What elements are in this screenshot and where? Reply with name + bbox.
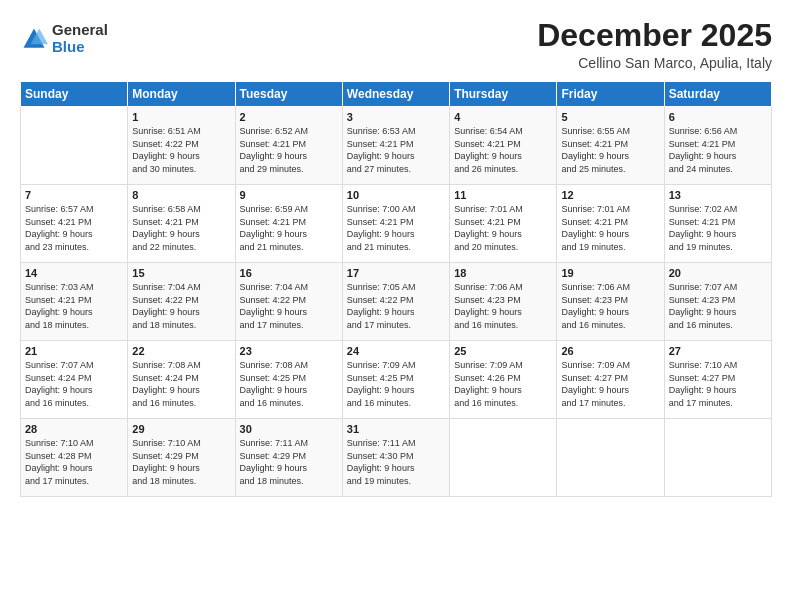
day-info: Sunrise: 6:53 AM Sunset: 4:21 PM Dayligh…: [347, 125, 445, 175]
logo: General Blue: [20, 22, 108, 55]
header-wednesday: Wednesday: [342, 82, 449, 107]
calendar-cell-2-3: 17Sunrise: 7:05 AM Sunset: 4:22 PM Dayli…: [342, 263, 449, 341]
header-row: General Blue December 2025 Cellino San M…: [20, 18, 772, 71]
header-thursday: Thursday: [450, 82, 557, 107]
calendar-cell-1-0: 7Sunrise: 6:57 AM Sunset: 4:21 PM Daylig…: [21, 185, 128, 263]
logo-blue-text: Blue: [52, 39, 108, 56]
day-info: Sunrise: 7:08 AM Sunset: 4:25 PM Dayligh…: [240, 359, 338, 409]
calendar-cell-3-4: 25Sunrise: 7:09 AM Sunset: 4:26 PM Dayli…: [450, 341, 557, 419]
day-info: Sunrise: 7:11 AM Sunset: 4:30 PM Dayligh…: [347, 437, 445, 487]
calendar-cell-2-2: 16Sunrise: 7:04 AM Sunset: 4:22 PM Dayli…: [235, 263, 342, 341]
calendar-cell-1-4: 11Sunrise: 7:01 AM Sunset: 4:21 PM Dayli…: [450, 185, 557, 263]
header-friday: Friday: [557, 82, 664, 107]
calendar-cell-1-3: 10Sunrise: 7:00 AM Sunset: 4:21 PM Dayli…: [342, 185, 449, 263]
day-number: 12: [561, 189, 659, 201]
day-info: Sunrise: 7:06 AM Sunset: 4:23 PM Dayligh…: [454, 281, 552, 331]
day-number: 28: [25, 423, 123, 435]
day-info: Sunrise: 7:04 AM Sunset: 4:22 PM Dayligh…: [240, 281, 338, 331]
day-info: Sunrise: 6:56 AM Sunset: 4:21 PM Dayligh…: [669, 125, 767, 175]
day-number: 18: [454, 267, 552, 279]
calendar-cell-4-2: 30Sunrise: 7:11 AM Sunset: 4:29 PM Dayli…: [235, 419, 342, 497]
day-number: 25: [454, 345, 552, 357]
calendar-week-4: 28Sunrise: 7:10 AM Sunset: 4:28 PM Dayli…: [21, 419, 772, 497]
day-info: Sunrise: 7:06 AM Sunset: 4:23 PM Dayligh…: [561, 281, 659, 331]
logo-general-text: General: [52, 22, 108, 39]
header-saturday: Saturday: [664, 82, 771, 107]
day-info: Sunrise: 7:11 AM Sunset: 4:29 PM Dayligh…: [240, 437, 338, 487]
logo-text: General Blue: [52, 22, 108, 55]
calendar-cell-3-1: 22Sunrise: 7:08 AM Sunset: 4:24 PM Dayli…: [128, 341, 235, 419]
calendar-cell-0-2: 2Sunrise: 6:52 AM Sunset: 4:21 PM Daylig…: [235, 107, 342, 185]
title-block: December 2025 Cellino San Marco, Apulia,…: [537, 18, 772, 71]
day-number: 17: [347, 267, 445, 279]
day-number: 27: [669, 345, 767, 357]
calendar-cell-0-1: 1Sunrise: 6:51 AM Sunset: 4:22 PM Daylig…: [128, 107, 235, 185]
logo-icon: [20, 25, 48, 53]
header-sunday: Sunday: [21, 82, 128, 107]
day-number: 15: [132, 267, 230, 279]
subtitle: Cellino San Marco, Apulia, Italy: [537, 55, 772, 71]
day-number: 14: [25, 267, 123, 279]
calendar-cell-4-5: [557, 419, 664, 497]
day-number: 16: [240, 267, 338, 279]
day-info: Sunrise: 7:01 AM Sunset: 4:21 PM Dayligh…: [454, 203, 552, 253]
calendar-cell-4-0: 28Sunrise: 7:10 AM Sunset: 4:28 PM Dayli…: [21, 419, 128, 497]
calendar-cell-1-5: 12Sunrise: 7:01 AM Sunset: 4:21 PM Dayli…: [557, 185, 664, 263]
calendar-cell-3-6: 27Sunrise: 7:10 AM Sunset: 4:27 PM Dayli…: [664, 341, 771, 419]
day-number: 31: [347, 423, 445, 435]
calendar-cell-1-6: 13Sunrise: 7:02 AM Sunset: 4:21 PM Dayli…: [664, 185, 771, 263]
calendar-cell-3-3: 24Sunrise: 7:09 AM Sunset: 4:25 PM Dayli…: [342, 341, 449, 419]
header-tuesday: Tuesday: [235, 82, 342, 107]
calendar-cell-3-0: 21Sunrise: 7:07 AM Sunset: 4:24 PM Dayli…: [21, 341, 128, 419]
calendar-cell-4-1: 29Sunrise: 7:10 AM Sunset: 4:29 PM Dayli…: [128, 419, 235, 497]
calendar-cell-3-5: 26Sunrise: 7:09 AM Sunset: 4:27 PM Dayli…: [557, 341, 664, 419]
day-number: 30: [240, 423, 338, 435]
day-number: 19: [561, 267, 659, 279]
calendar-cell-1-1: 8Sunrise: 6:58 AM Sunset: 4:21 PM Daylig…: [128, 185, 235, 263]
day-number: 3: [347, 111, 445, 123]
day-number: 2: [240, 111, 338, 123]
calendar-cell-1-2: 9Sunrise: 6:59 AM Sunset: 4:21 PM Daylig…: [235, 185, 342, 263]
day-info: Sunrise: 6:52 AM Sunset: 4:21 PM Dayligh…: [240, 125, 338, 175]
calendar-cell-4-6: [664, 419, 771, 497]
day-info: Sunrise: 6:58 AM Sunset: 4:21 PM Dayligh…: [132, 203, 230, 253]
day-info: Sunrise: 7:07 AM Sunset: 4:23 PM Dayligh…: [669, 281, 767, 331]
calendar-cell-4-3: 31Sunrise: 7:11 AM Sunset: 4:30 PM Dayli…: [342, 419, 449, 497]
day-number: 8: [132, 189, 230, 201]
day-info: Sunrise: 7:05 AM Sunset: 4:22 PM Dayligh…: [347, 281, 445, 331]
calendar-cell-0-3: 3Sunrise: 6:53 AM Sunset: 4:21 PM Daylig…: [342, 107, 449, 185]
day-number: 6: [669, 111, 767, 123]
calendar-cell-2-0: 14Sunrise: 7:03 AM Sunset: 4:21 PM Dayli…: [21, 263, 128, 341]
day-number: 1: [132, 111, 230, 123]
day-number: 20: [669, 267, 767, 279]
calendar-cell-0-6: 6Sunrise: 6:56 AM Sunset: 4:21 PM Daylig…: [664, 107, 771, 185]
day-info: Sunrise: 7:09 AM Sunset: 4:25 PM Dayligh…: [347, 359, 445, 409]
month-title: December 2025: [537, 18, 772, 53]
day-number: 5: [561, 111, 659, 123]
day-info: Sunrise: 6:57 AM Sunset: 4:21 PM Dayligh…: [25, 203, 123, 253]
day-number: 24: [347, 345, 445, 357]
day-number: 13: [669, 189, 767, 201]
day-info: Sunrise: 7:04 AM Sunset: 4:22 PM Dayligh…: [132, 281, 230, 331]
calendar-week-0: 1Sunrise: 6:51 AM Sunset: 4:22 PM Daylig…: [21, 107, 772, 185]
calendar-week-3: 21Sunrise: 7:07 AM Sunset: 4:24 PM Dayli…: [21, 341, 772, 419]
day-info: Sunrise: 6:59 AM Sunset: 4:21 PM Dayligh…: [240, 203, 338, 253]
day-number: 23: [240, 345, 338, 357]
day-info: Sunrise: 7:03 AM Sunset: 4:21 PM Dayligh…: [25, 281, 123, 331]
day-info: Sunrise: 7:00 AM Sunset: 4:21 PM Dayligh…: [347, 203, 445, 253]
calendar-cell-0-4: 4Sunrise: 6:54 AM Sunset: 4:21 PM Daylig…: [450, 107, 557, 185]
day-number: 29: [132, 423, 230, 435]
day-info: Sunrise: 7:10 AM Sunset: 4:27 PM Dayligh…: [669, 359, 767, 409]
day-info: Sunrise: 6:54 AM Sunset: 4:21 PM Dayligh…: [454, 125, 552, 175]
calendar-cell-2-6: 20Sunrise: 7:07 AM Sunset: 4:23 PM Dayli…: [664, 263, 771, 341]
day-info: Sunrise: 7:07 AM Sunset: 4:24 PM Dayligh…: [25, 359, 123, 409]
day-info: Sunrise: 7:10 AM Sunset: 4:29 PM Dayligh…: [132, 437, 230, 487]
day-info: Sunrise: 7:09 AM Sunset: 4:27 PM Dayligh…: [561, 359, 659, 409]
calendar-cell-2-1: 15Sunrise: 7:04 AM Sunset: 4:22 PM Dayli…: [128, 263, 235, 341]
calendar-cell-3-2: 23Sunrise: 7:08 AM Sunset: 4:25 PM Dayli…: [235, 341, 342, 419]
day-info: Sunrise: 7:08 AM Sunset: 4:24 PM Dayligh…: [132, 359, 230, 409]
day-number: 11: [454, 189, 552, 201]
calendar-cell-2-4: 18Sunrise: 7:06 AM Sunset: 4:23 PM Dayli…: [450, 263, 557, 341]
day-number: 22: [132, 345, 230, 357]
calendar-cell-0-0: [21, 107, 128, 185]
